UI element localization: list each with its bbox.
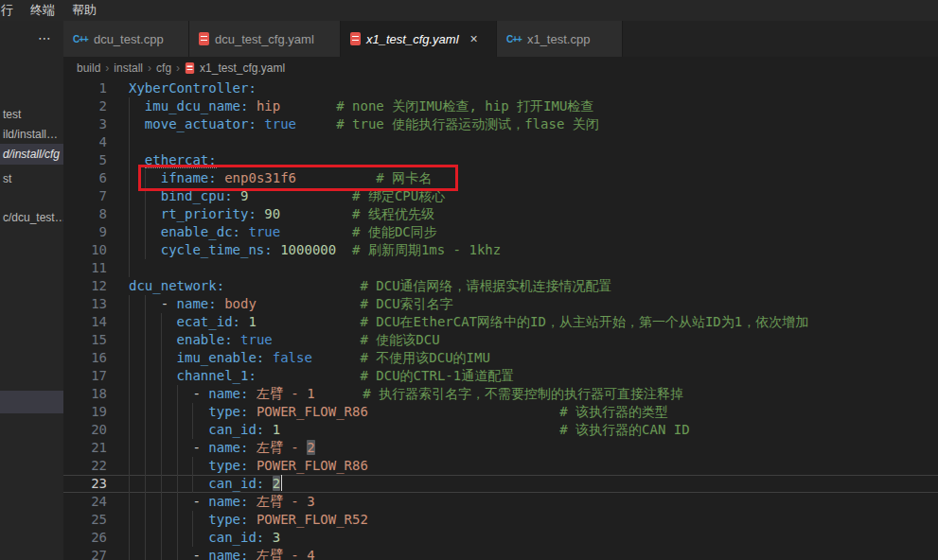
code-line-27[interactable]: 27 - name: 左臂 - 4 <box>63 547 938 560</box>
indent-guide <box>129 97 130 115</box>
indent-guide <box>129 133 130 151</box>
code-line-21[interactable]: 21 - name: 左臂 - 2 <box>63 439 938 457</box>
code-line-6[interactable]: 6 ifname: enp0s31f6 # 网卡名 <box>63 169 938 187</box>
code-line-5[interactable]: 5 ethercat: <box>63 151 938 169</box>
indent-guide <box>192 457 193 475</box>
tab-dcu_test_cfg.yaml[interactable]: dcu_test_cfg.yaml <box>189 21 341 57</box>
indent-guide <box>145 169 146 187</box>
sidebar-item[interactable]: test <box>0 104 63 125</box>
indent-guide <box>129 547 130 560</box>
breadcrumb-segment[interactable]: install <box>114 61 143 75</box>
tab-label: dcu_test.cpp <box>94 32 164 46</box>
comment-token: # 网卡名 <box>376 170 432 185</box>
code-token: name: <box>208 386 248 401</box>
sidebar-item[interactable] <box>0 391 63 413</box>
indent-guide <box>145 223 146 241</box>
indent-guide <box>161 493 162 511</box>
line-number: 3 <box>63 115 107 133</box>
breadcrumb-file: x1_test_cfg.yaml <box>200 61 285 75</box>
sidebar-item[interactable]: c/dcu_test… <box>0 207 63 228</box>
code-line-1[interactable]: 1XyberController: <box>63 79 938 97</box>
line-content <box>129 133 938 151</box>
indent-guide <box>145 493 146 511</box>
line-content: imu_dcu_name: hip # none 关闭IMU检查, hip 打开… <box>129 97 938 115</box>
code-line-15[interactable]: 15 enable: true # 使能该DCU <box>63 331 938 349</box>
code-token <box>368 404 559 419</box>
code-token: - <box>192 494 208 509</box>
indent-guide <box>129 349 130 367</box>
code-token: ecat_id: <box>177 314 240 329</box>
indent-guide <box>129 403 130 421</box>
line-number: 15 <box>63 331 107 349</box>
code-line-16[interactable]: 16 imu_enable: false # 不使用该DCU的IMU <box>63 349 938 367</box>
comment-token: # 使能DC同步 <box>352 224 437 239</box>
comment-token: # 该执行器的类型 <box>559 404 668 419</box>
comment-token: # none 关闭IMU检查, hip 打开IMU检查 <box>336 98 593 114</box>
indent-guide <box>145 475 146 493</box>
indent-guide <box>129 241 130 259</box>
code-token: POWER_FLOW_R52 <box>257 512 368 527</box>
code-line-7[interactable]: 7 bind_cpu: 9 # 绑定CPU核心 <box>63 187 938 205</box>
breadcrumb-segment[interactable]: build <box>77 61 100 75</box>
yaml-file-icon <box>186 62 194 74</box>
indent-guide <box>177 529 178 547</box>
code-editor[interactable]: 1XyberController:2 imu_dcu_name: hip # n… <box>63 79 938 560</box>
code-token: 1 <box>273 422 280 437</box>
code-token: cycle_time_ns: <box>161 242 273 257</box>
menu-item-2[interactable]: 帮助 <box>63 0 105 21</box>
code-token <box>257 314 361 329</box>
code-line-11[interactable]: 11 <box>63 259 938 277</box>
code-line-13[interactable]: 13 - name: body # DCU索引名字 <box>63 295 938 313</box>
indent-guide <box>129 529 130 547</box>
code-token <box>248 98 256 114</box>
sidebar-item[interactable]: d/install/cfg <box>0 144 63 165</box>
code-line-17[interactable]: 17 channel_1: # DCU的CTRL-1通道配置 <box>63 367 938 385</box>
code-token: 1000000 <box>280 242 336 257</box>
line-number: 16 <box>63 349 107 367</box>
code-line-10[interactable]: 10 cycle_time_ns: 1000000 # 刷新周期1ms - 1k… <box>63 241 938 259</box>
indent-guide <box>177 511 178 529</box>
code-line-3[interactable]: 3 move_actuator: true # true 使能执行器运动测试，f… <box>63 115 938 133</box>
indent-guide <box>129 259 130 277</box>
code-line-26[interactable]: 26 can_id: 3 <box>63 529 938 547</box>
code-line-19[interactable]: 19 type: POWER_FLOW_R86 # 该执行器的类型 <box>63 403 938 421</box>
code-token: enp0s31f6 <box>224 170 296 185</box>
code-line-12[interactable]: 12dcu_network: # DCU通信网络，请根据实机连接情况配置 <box>63 277 938 295</box>
code-line-23[interactable]: 23 can_id: 2 <box>63 475 938 493</box>
line-content: - name: body # DCU索引名字 <box>129 295 938 313</box>
code-token: move_actuator: <box>145 116 257 131</box>
sidebar-item[interactable]: st <box>0 168 63 189</box>
code-token <box>224 278 360 293</box>
code-token <box>217 296 224 311</box>
breadcrumb[interactable]: build›install›cfg›x1_test_cfg.yaml <box>63 57 938 79</box>
menu-item-0[interactable]: 行 <box>0 0 22 21</box>
code-token: 左臂 - 3 <box>257 494 315 509</box>
menu-item-1[interactable]: 终端 <box>22 0 63 21</box>
code-line-24[interactable]: 24 - name: 左臂 - 3 <box>63 493 938 511</box>
code-token <box>264 530 272 545</box>
comment-token: # 不使用该DCU的IMU <box>360 350 489 365</box>
tab-x1_test_cfg.yaml[interactable]: x1_test_cfg.yaml× <box>341 21 497 57</box>
code-line-14[interactable]: 14 ecat_id: 1 # DCU在EtherCAT网络中的ID，从主站开始… <box>63 313 938 331</box>
sidebar-item[interactable]: ild/install… <box>0 124 63 145</box>
tab-dcu_test.cpp[interactable]: C++dcu_test.cpp <box>63 21 189 57</box>
breadcrumb-segment[interactable]: cfg <box>156 61 171 75</box>
more-actions-icon[interactable]: ⋯ <box>38 30 52 45</box>
code-line-25[interactable]: 25 type: POWER_FLOW_R52 <box>63 511 938 529</box>
code-line-2[interactable]: 2 imu_dcu_name: hip # none 关闭IMU检查, hip … <box>63 97 938 115</box>
close-icon[interactable]: × <box>470 31 478 46</box>
code-line-4[interactable]: 4 <box>63 133 938 151</box>
code-line-8[interactable]: 8 rt_priority: 90 # 线程优先级 <box>63 205 938 223</box>
line-number: 6 <box>63 169 107 187</box>
comment-token: # true 使能执行器运动测试，flase 关闭 <box>336 116 599 131</box>
code-line-9[interactable]: 9 enable_dc: true # 使能DC同步 <box>63 223 938 241</box>
line-content: dcu_network: # DCU通信网络，请根据实机连接情况配置 <box>129 277 938 295</box>
tab-x1_test.cpp[interactable]: C++x1_test.cpp <box>497 21 623 57</box>
code-line-20[interactable]: 20 can_id: 1 # 该执行器的CAN ID <box>63 421 938 439</box>
chevron-right-icon: › <box>176 61 180 75</box>
indent-guide <box>192 421 193 439</box>
code-line-22[interactable]: 22 type: POWER_FLOW_R86 <box>63 457 938 475</box>
code-token <box>217 170 224 185</box>
indent-guide <box>177 493 178 511</box>
code-line-18[interactable]: 18 - name: 左臂 - 1 # 执行器索引名字，不需要控制的执行器可直接… <box>63 385 938 403</box>
